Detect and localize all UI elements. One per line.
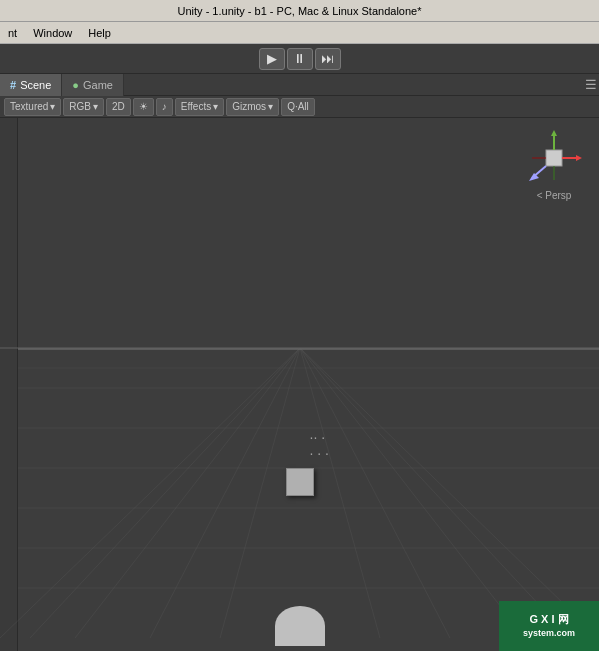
- watermark: G X I 网 system.com: [499, 601, 599, 651]
- search-label: Q·All: [287, 101, 309, 112]
- scene-toolbar: Textured ▾ RGB ▾ 2D ☀ ♪ Effects ▾ Gizmos…: [0, 96, 599, 118]
- effects-dropdown[interactable]: Effects ▾: [175, 98, 224, 116]
- svg-line-5: [75, 348, 300, 638]
- svg-line-4: [300, 348, 450, 638]
- scene-tab-label: Scene: [20, 79, 51, 91]
- audio-button[interactable]: ♪: [156, 98, 173, 116]
- svg-line-10: [300, 348, 570, 638]
- svg-line-6: [300, 348, 525, 638]
- viewport[interactable]: < Persp ·· ·· · · G X I 网 system.com: [0, 118, 599, 651]
- play-button[interactable]: ▶: [259, 48, 285, 70]
- svg-line-9: [30, 348, 300, 638]
- persp-label: < Persp: [537, 190, 572, 201]
- tab-expand-icon[interactable]: ☰: [585, 77, 597, 92]
- svg-line-2: [300, 348, 599, 638]
- effects-label: Effects: [181, 101, 211, 112]
- gizmos-label: Gizmos: [232, 101, 266, 112]
- menu-nt[interactable]: nt: [4, 25, 21, 41]
- scene-tab-icon: #: [10, 79, 16, 91]
- gizmos-arrow-icon: ▾: [268, 101, 273, 112]
- watermark-line2: system.com: [523, 627, 575, 640]
- tab-game[interactable]: ● Game: [62, 74, 124, 96]
- sun-icon: ☀: [139, 101, 148, 112]
- svg-rect-19: [546, 150, 562, 166]
- gizmo-svg: [524, 128, 584, 188]
- svg-line-3: [150, 348, 300, 638]
- textured-dropdown[interactable]: Textured ▾: [4, 98, 61, 116]
- pause-button[interactable]: ⏸: [287, 48, 313, 70]
- audio-icon: ♪: [162, 101, 167, 112]
- step-button[interactable]: ⏭: [315, 48, 341, 70]
- 2d-button[interactable]: 2D: [106, 98, 131, 116]
- menu-window[interactable]: Window: [29, 25, 76, 41]
- tab-bar: # Scene ● Game ☰: [0, 74, 599, 96]
- bottom-object: [275, 606, 325, 646]
- svg-marker-21: [551, 130, 557, 136]
- 2d-label: 2D: [112, 101, 125, 112]
- gizmo-widget[interactable]: < Persp: [519, 128, 589, 208]
- textured-arrow-icon: ▾: [50, 101, 55, 112]
- tab-scene[interactable]: # Scene: [0, 74, 62, 96]
- scene-grid: [0, 118, 599, 651]
- cube-object[interactable]: [286, 468, 314, 496]
- rgb-dropdown[interactable]: RGB ▾: [63, 98, 104, 116]
- particle-effect: ·· ·· · ·: [310, 429, 329, 461]
- toolbar: ▶ ⏸ ⏭: [0, 44, 599, 74]
- menu-bar: nt Window Help: [0, 22, 599, 44]
- rgb-label: RGB: [69, 101, 91, 112]
- search-dropdown[interactable]: Q·All: [281, 98, 315, 116]
- svg-line-1: [0, 348, 300, 638]
- title-text: Unity - 1.unity - b1 - PC, Mac & Linux S…: [178, 5, 422, 17]
- watermark-line1: G X I 网: [523, 612, 575, 627]
- menu-help[interactable]: Help: [84, 25, 115, 41]
- svg-marker-23: [576, 155, 582, 161]
- effects-arrow-icon: ▾: [213, 101, 218, 112]
- title-bar: Unity - 1.unity - b1 - PC, Mac & Linux S…: [0, 0, 599, 22]
- sun-button[interactable]: ☀: [133, 98, 154, 116]
- gizmos-dropdown[interactable]: Gizmos ▾: [226, 98, 279, 116]
- game-tab-label: Game: [83, 79, 113, 91]
- textured-label: Textured: [10, 101, 48, 112]
- rgb-arrow-icon: ▾: [93, 101, 98, 112]
- game-tab-icon: ●: [72, 79, 79, 91]
